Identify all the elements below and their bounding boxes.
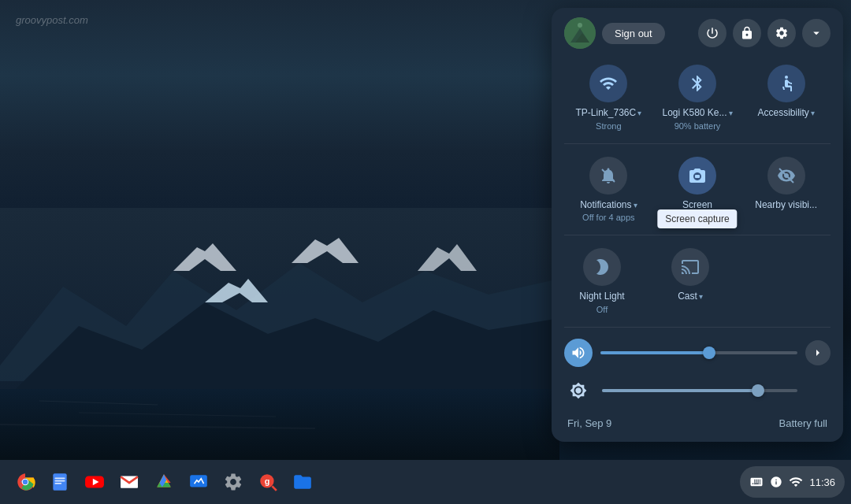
keyboard-tray-icon [749,475,764,489]
docs-taskbar-icon[interactable] [44,466,76,498]
svg-rect-7 [0,389,559,460]
screen-capture-tile[interactable]: Screen capture Screen capture [660,157,735,223]
volume-slider-thumb [703,346,715,359]
brightness-icon [564,376,593,405]
brightness-slider-fill [602,389,758,392]
nearby-visibility-label-row: Nearby visibi... [755,199,817,212]
divider-2 [564,235,831,235]
svg-rect-22 [53,473,66,491]
cast-icon [671,248,709,286]
qs-top-bar: Sign out [552,8,843,58]
cast-label-row: Cast ▾ [678,291,703,303]
messages-taskbar-icon[interactable] [183,466,214,498]
svg-rect-24 [55,480,65,482]
wifi-label-row: TP-Link_736C ▾ [575,107,641,120]
volume-slider[interactable] [600,351,797,354]
sign-out-button[interactable]: Sign out [602,23,665,44]
info-tray-icon [770,476,782,488]
youtube-taskbar-icon[interactable] [79,466,110,498]
qs-tiles-row1: TP-Link_736C ▾ Strong Logi K580 Ke... ▾ … [552,58,843,137]
date-label: Fri, Sep 9 [567,417,611,429]
brightness-slider-row [552,372,843,410]
wifi-sublabel: Strong [596,121,621,131]
taskbar: g 11:36 [0,460,851,504]
notifications-tile[interactable]: Notifications ▾ Off for 4 apps [570,157,646,223]
accessibility-label-row: Accessibility ▾ [757,107,814,120]
bluetooth-sublabel: 90% battery [674,121,721,131]
notifications-label: Notifications [580,199,631,212]
svg-point-15 [785,76,788,79]
svg-rect-23 [55,478,65,480]
wifi-label: TP-Link_736C [575,107,636,120]
system-tray[interactable]: 11:36 [740,466,845,498]
wifi-tray-icon [789,475,803,489]
night-light-label: Night Light [579,291,624,303]
brightness-slider-thumb [752,384,764,397]
accessibility-label: Accessibility [757,107,808,120]
svg-rect-25 [55,483,62,484]
screen-capture-tooltip: Screen capture [657,209,737,228]
notifications-label-row: Notifications ▾ [580,199,637,212]
system-time: 11:36 [809,476,835,488]
nearby-visibility-icon [767,157,805,195]
user-avatar[interactable] [564,17,596,49]
night-light-label-row: Night Light [579,291,624,303]
qs-bottom-bar: Fri, Sep 9 Battery full [552,410,843,429]
screen-capture-icon [678,157,716,195]
qs-tiles-row2: Notifications ▾ Off for 4 apps Screen ca… [552,150,843,229]
drive-taskbar-icon[interactable] [148,466,180,498]
volume-slider-row [552,334,843,372]
night-light-icon [583,248,621,286]
divider-3 [564,327,831,328]
files-taskbar-icon[interactable] [287,466,318,498]
quick-settings-panel: Sign out [552,8,843,442]
search-taskbar-icon[interactable]: g [252,466,284,498]
power-button[interactable] [698,19,727,47]
svg-line-33 [272,486,276,490]
svg-rect-17 [695,175,700,178]
bluetooth-label: Logi K580 Ke... [662,107,727,120]
bluetooth-tile[interactable]: Logi K580 Ke... ▾ 90% battery [660,65,735,131]
nearby-visibility-label: Nearby visibi... [755,199,817,212]
chrome-taskbar-icon[interactable] [9,466,41,498]
gmail-taskbar-icon[interactable] [113,466,145,498]
volume-slider-fill [600,351,709,354]
qs-tiles-row3: Night Light Off Cast ▾ [552,242,843,321]
cast-tile[interactable]: Cast ▾ [652,248,728,314]
svg-point-14 [578,23,582,28]
svg-text:g: g [265,476,270,486]
svg-point-21 [23,480,28,485]
brightness-slider[interactable] [602,389,797,392]
expand-button[interactable] [802,19,831,47]
settings-taskbar-icon[interactable] [217,466,249,498]
watermark-text: groovypost.com [16,14,88,26]
bluetooth-icon [678,65,716,102]
bluetooth-label-row: Logi K580 Ke... ▾ [662,107,732,120]
lock-button[interactable] [733,19,761,47]
accessibility-tile[interactable]: Accessibility ▾ [749,65,824,131]
night-light-tile[interactable]: Night Light Off [564,248,640,314]
cast-label: Cast [678,291,697,303]
divider-1 [564,143,831,144]
night-light-sublabel: Off [596,305,608,314]
nearby-visibility-tile[interactable]: Nearby visibi... [749,157,824,223]
accessibility-icon [767,65,805,102]
wifi-icon [589,65,627,102]
wifi-tile[interactable]: TP-Link_736C ▾ Strong [570,65,646,131]
volume-icon[interactable] [564,339,593,367]
notifications-sublabel: Off for 4 apps [582,213,634,222]
battery-label: Battery full [779,417,827,429]
settings-button[interactable] [767,19,796,47]
volume-expand-button[interactable] [805,340,831,365]
notifications-icon [589,157,627,195]
